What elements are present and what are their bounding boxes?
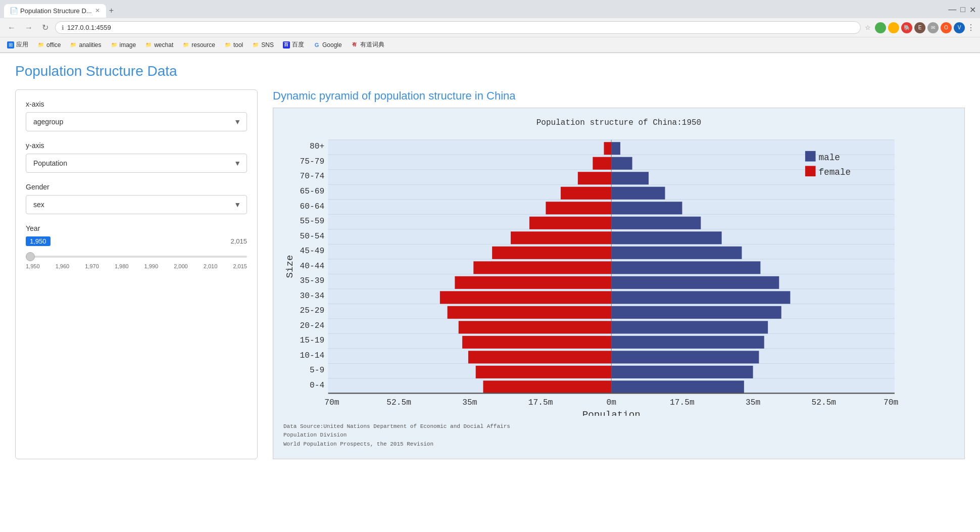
female-bar-40-44 <box>473 261 611 274</box>
restore-button[interactable]: □ <box>960 5 965 15</box>
bookmark-resource-label: resource <box>191 41 215 49</box>
address-bar[interactable]: ℹ 127.0.0.1:4559 <box>55 21 861 34</box>
slider-wrapper <box>26 249 247 261</box>
year-ticks: 1,950 1,960 1,970 1,980 1,990 2,000 2,01… <box>26 263 247 269</box>
minimize-button[interactable]: — <box>948 5 956 15</box>
y-axis-title: Size <box>284 255 296 278</box>
bookmark-baidu[interactable]: 百 百度 <box>281 39 306 50</box>
chart-heading: Population structure of China:1950 <box>283 118 954 127</box>
google-icon: G <box>313 41 320 49</box>
tab-close-button[interactable]: ✕ <box>95 7 100 14</box>
svg-text:70-74: 70-74 <box>300 171 324 181</box>
gender-label: Gender <box>26 183 247 191</box>
baidu-icon: 百 <box>283 41 290 49</box>
chart-panel: Dynamic pyramid of population structure … <box>273 89 965 459</box>
browser-chrome: 📄 Population Structure D... ✕ + — □ ✕ ← … <box>0 0 980 53</box>
tick-2010: 2,010 <box>204 263 218 269</box>
male-bar-65-69 <box>611 187 665 200</box>
year-control: Year 1,950 2,015 1,950 1,960 1,970 1,980… <box>26 224 247 269</box>
y-axis-labels: 80+ 75-79 70-74 65-69 60-64 55-59 50-54 … <box>300 141 324 390</box>
svg-text:35m: 35m <box>746 398 760 407</box>
close-button[interactable]: ✕ <box>969 5 976 15</box>
svg-text:65-69: 65-69 <box>300 186 324 196</box>
female-bar-80plus <box>604 142 611 155</box>
svg-text:40-44: 40-44 <box>300 261 324 271</box>
ext-icon-5[interactable]: ✉ <box>927 22 939 33</box>
bookmark-office[interactable]: 📁 office <box>35 40 63 50</box>
svg-text:45-49: 45-49 <box>300 246 324 256</box>
extensions-menu-button[interactable]: ⋮ <box>967 23 975 32</box>
ext-icon-2[interactable] <box>888 22 899 33</box>
xaxis-dropdown[interactable]: agegroup <box>26 112 247 131</box>
bookmark-baidu-label: 百度 <box>292 40 304 49</box>
ext-icon-3[interactable]: 🐘 <box>901 22 912 33</box>
svg-text:17.5m: 17.5m <box>670 398 695 407</box>
bookmark-image-label: image <box>120 41 136 49</box>
male-bar-20-24 <box>611 321 768 333</box>
bookmark-youdao[interactable]: 有 有道词典 <box>349 39 386 50</box>
male-bar-25-29 <box>611 306 781 319</box>
tab-bar: 📄 Population Structure D... ✕ + — □ ✕ <box>0 0 980 18</box>
svg-text:15-19: 15-19 <box>300 335 324 345</box>
control-panel: x-axis agegroup ▼ y-axis Poputation ▼ <box>15 89 258 459</box>
bookmark-image[interactable]: 📁 image <box>109 40 138 50</box>
male-bar-50-54 <box>611 231 721 244</box>
xaxis-label: x-axis <box>26 100 247 108</box>
data-source: Data Source:United Nations Department of… <box>283 422 954 449</box>
bookmark-sns-label: SNS <box>261 41 274 49</box>
ext-icon-4[interactable]: E <box>914 22 925 33</box>
year-slider[interactable] <box>26 256 247 258</box>
svg-text:50-54: 50-54 <box>300 231 324 241</box>
yaxis-dropdown-container: Poputation ▼ <box>26 154 247 173</box>
lock-icon: ℹ <box>62 24 64 31</box>
page-content: Population Structure Data x-axis agegrou… <box>0 53 980 469</box>
female-bar-30-34 <box>440 291 611 304</box>
svg-text:0-4: 0-4 <box>310 380 324 390</box>
tick-1950: 1,950 <box>26 263 40 269</box>
bookmark-wechat[interactable]: 📁 wechat <box>143 40 175 50</box>
female-bar-45-49 <box>492 247 611 259</box>
legend-female-label: female <box>818 167 851 177</box>
svg-text:70m: 70m <box>324 398 339 407</box>
active-tab[interactable]: 📄 Population Structure D... ✕ <box>4 4 106 18</box>
svg-text:25-29: 25-29 <box>300 306 324 315</box>
yaxis-dropdown[interactable]: Poputation <box>26 154 247 173</box>
bookmark-youdao-label: 有道词典 <box>360 40 384 49</box>
back-button[interactable]: ← <box>5 22 18 34</box>
bookmark-google[interactable]: G Google <box>311 40 344 50</box>
ext-icon-7[interactable]: V <box>954 22 965 33</box>
ext-icon-1[interactable] <box>875 22 886 33</box>
ext-icon-6[interactable]: O <box>941 22 952 33</box>
svg-text:80+: 80+ <box>310 141 324 151</box>
folder-icon-analities: 📁 <box>70 41 77 49</box>
bookmarks-bar: ⊞ 应用 📁 office 📁 analities 📁 image 📁 wech… <box>0 37 980 53</box>
male-bar-0-4 <box>611 380 744 393</box>
xaxis-dropdown-container: agegroup ▼ <box>26 112 247 131</box>
apps-grid-icon: ⊞ <box>7 41 14 49</box>
male-bar-60-64 <box>611 202 682 214</box>
gender-dropdown[interactable]: sex <box>26 195 247 214</box>
female-bar-70-74 <box>578 172 611 184</box>
yaxis-control: y-axis Poputation ▼ <box>26 141 247 173</box>
bookmark-sns[interactable]: 📁 SNS <box>250 40 276 50</box>
reload-button[interactable]: ↻ <box>39 21 51 34</box>
svg-text:60-64: 60-64 <box>300 202 324 211</box>
new-tab-button[interactable]: + <box>106 3 117 18</box>
bookmark-tool[interactable]: 📁 tool <box>222 40 245 50</box>
bookmark-resource[interactable]: 📁 resource <box>180 40 217 50</box>
main-layout: x-axis agegroup ▼ y-axis Poputation ▼ <box>15 89 965 459</box>
female-bar-10-14 <box>468 351 611 363</box>
year-max-label: 2,015 <box>230 237 247 245</box>
svg-text:0m: 0m <box>607 398 616 407</box>
xaxis-control: x-axis agegroup ▼ <box>26 100 247 131</box>
tick-1980: 1,980 <box>115 263 129 269</box>
bookmark-analities[interactable]: 📁 analities <box>68 40 103 50</box>
yaxis-label: y-axis <box>26 141 247 150</box>
male-bar-70-74 <box>611 172 649 184</box>
folder-icon-office: 📁 <box>37 41 44 49</box>
bookmark-button[interactable]: ☆ <box>865 24 871 31</box>
tick-2000: 2,000 <box>174 263 188 269</box>
bookmark-apps[interactable]: ⊞ 应用 <box>5 39 30 50</box>
svg-text:75-79: 75-79 <box>300 157 324 166</box>
forward-button[interactable]: → <box>22 22 35 34</box>
